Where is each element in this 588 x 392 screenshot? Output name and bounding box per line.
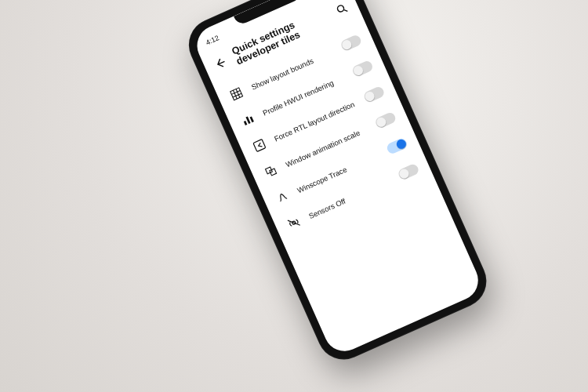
- svg-point-0: [336, 5, 345, 13]
- toggle-show-layout-bounds[interactable]: [339, 34, 362, 52]
- svg-rect-4: [250, 116, 254, 122]
- layout-bounds-icon: [227, 85, 246, 103]
- trace-icon: [273, 187, 292, 206]
- toggle-profile-hwui[interactable]: [351, 60, 374, 78]
- toggle-winscope-trace[interactable]: [386, 137, 408, 155]
- svg-rect-6: [266, 167, 273, 174]
- svg-rect-2: [244, 121, 248, 125]
- back-button[interactable]: [212, 55, 228, 71]
- search-button[interactable]: [334, 1, 350, 17]
- search-icon: [334, 1, 350, 17]
- toggle-force-rtl[interactable]: [362, 85, 385, 103]
- animation-icon: [262, 162, 281, 181]
- rtl-icon: [250, 136, 269, 155]
- arrow-left-icon: [212, 55, 228, 71]
- sensors-off-icon: [285, 213, 303, 232]
- toggle-sensors-off[interactable]: [397, 162, 419, 180]
- svg-rect-5: [253, 140, 266, 152]
- bars-icon: [238, 111, 257, 129]
- toggle-window-animation[interactable]: [374, 111, 397, 129]
- svg-rect-7: [270, 169, 277, 176]
